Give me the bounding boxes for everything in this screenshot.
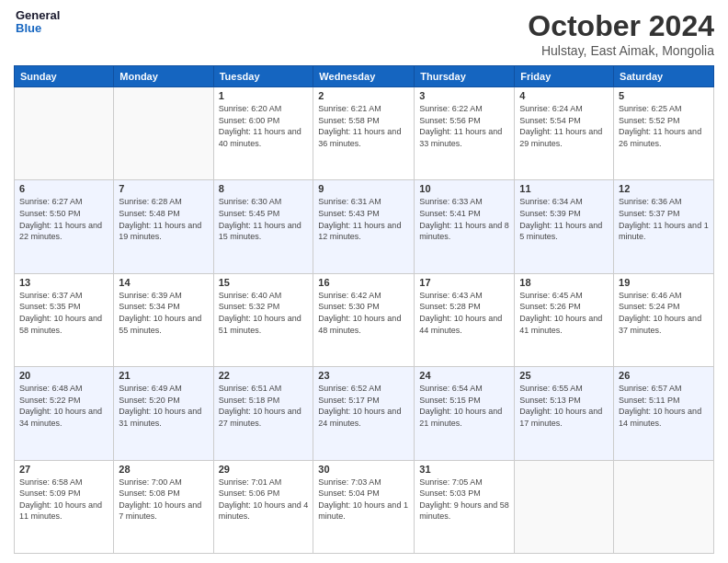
day-number: 29	[219, 464, 309, 475]
calendar-week-row: 20Sunrise: 6:48 AM Sunset: 5:22 PM Dayli…	[15, 367, 714, 460]
calendar-day-cell: 4Sunrise: 6:24 AM Sunset: 5:54 PM Daylig…	[515, 87, 614, 180]
day-number: 9	[318, 183, 409, 194]
day-header-tuesday: Tuesday	[213, 66, 313, 87]
calendar-day-cell	[114, 87, 213, 180]
calendar-day-cell	[614, 460, 714, 553]
day-number: 23	[318, 370, 409, 381]
day-number: 11	[519, 183, 609, 194]
day-number: 1	[219, 90, 309, 101]
day-info: Sunrise: 6:25 AM Sunset: 5:52 PM Dayligh…	[619, 103, 709, 149]
calendar-day-cell: 29Sunrise: 7:01 AM Sunset: 5:06 PM Dayli…	[213, 460, 313, 553]
calendar-week-row: 6Sunrise: 6:27 AM Sunset: 5:50 PM Daylig…	[15, 180, 714, 273]
calendar-table: SundayMondayTuesdayWednesdayThursdayFrid…	[14, 65, 714, 554]
day-number: 28	[119, 464, 208, 475]
calendar-day-cell: 6Sunrise: 6:27 AM Sunset: 5:50 PM Daylig…	[15, 180, 114, 273]
day-info: Sunrise: 6:37 AM Sunset: 5:35 PM Dayligh…	[19, 290, 108, 336]
day-number: 2	[318, 90, 409, 101]
calendar-week-row: 27Sunrise: 6:58 AM Sunset: 5:09 PM Dayli…	[15, 460, 714, 553]
day-info: Sunrise: 6:40 AM Sunset: 5:32 PM Dayligh…	[219, 290, 309, 336]
day-info: Sunrise: 7:01 AM Sunset: 5:06 PM Dayligh…	[219, 477, 309, 523]
day-info: Sunrise: 6:20 AM Sunset: 6:00 PM Dayligh…	[219, 103, 309, 149]
location-subtitle: Hulstay, East Aimak, Mongolia	[528, 43, 714, 58]
calendar-day-cell: 1Sunrise: 6:20 AM Sunset: 6:00 PM Daylig…	[213, 87, 313, 180]
calendar-day-cell: 31Sunrise: 7:05 AM Sunset: 5:03 PM Dayli…	[415, 460, 515, 553]
calendar-day-cell: 7Sunrise: 6:28 AM Sunset: 5:48 PM Daylig…	[114, 180, 213, 273]
day-info: Sunrise: 6:58 AM Sunset: 5:09 PM Dayligh…	[19, 477, 108, 523]
day-info: Sunrise: 6:36 AM Sunset: 5:37 PM Dayligh…	[619, 196, 709, 242]
calendar-day-cell: 12Sunrise: 6:36 AM Sunset: 5:37 PM Dayli…	[614, 180, 714, 273]
day-header-monday: Monday	[114, 66, 213, 87]
day-header-sunday: Sunday	[15, 66, 114, 87]
calendar-day-cell: 2Sunrise: 6:21 AM Sunset: 5:58 PM Daylig…	[313, 87, 415, 180]
logo-text: General Blue	[16, 9, 60, 36]
calendar-day-cell	[15, 87, 114, 180]
day-number: 19	[619, 277, 709, 288]
day-info: Sunrise: 6:42 AM Sunset: 5:30 PM Dayligh…	[318, 290, 409, 336]
calendar-day-cell: 8Sunrise: 6:30 AM Sunset: 5:45 PM Daylig…	[213, 180, 313, 273]
day-number: 27	[19, 464, 108, 475]
day-number: 5	[619, 90, 709, 101]
day-info: Sunrise: 6:33 AM Sunset: 5:41 PM Dayligh…	[419, 196, 509, 242]
calendar-page: General Blue October 2024 Hulstay, East …	[0, 0, 728, 563]
calendar-day-cell: 27Sunrise: 6:58 AM Sunset: 5:09 PM Dayli…	[15, 460, 114, 553]
day-number: 4	[519, 90, 609, 101]
day-number: 16	[318, 277, 409, 288]
day-info: Sunrise: 6:31 AM Sunset: 5:43 PM Dayligh…	[318, 196, 409, 242]
day-info: Sunrise: 6:43 AM Sunset: 5:28 PM Dayligh…	[419, 290, 509, 336]
calendar-day-cell: 15Sunrise: 6:40 AM Sunset: 5:32 PM Dayli…	[213, 273, 313, 366]
calendar-day-cell: 24Sunrise: 6:54 AM Sunset: 5:15 PM Dayli…	[415, 367, 515, 460]
calendar-day-cell: 25Sunrise: 6:55 AM Sunset: 5:13 PM Dayli…	[515, 367, 614, 460]
day-info: Sunrise: 6:54 AM Sunset: 5:15 PM Dayligh…	[419, 383, 509, 429]
day-number: 7	[119, 183, 208, 194]
calendar-day-cell: 20Sunrise: 6:48 AM Sunset: 5:22 PM Dayli…	[15, 367, 114, 460]
calendar-day-cell	[515, 460, 614, 553]
day-info: Sunrise: 6:24 AM Sunset: 5:54 PM Dayligh…	[519, 103, 609, 149]
calendar-week-row: 13Sunrise: 6:37 AM Sunset: 5:35 PM Dayli…	[15, 273, 714, 366]
calendar-day-cell: 19Sunrise: 6:46 AM Sunset: 5:24 PM Dayli…	[614, 273, 714, 366]
title-area: October 2024 Hulstay, East Aimak, Mongol…	[528, 9, 714, 58]
day-info: Sunrise: 6:51 AM Sunset: 5:18 PM Dayligh…	[219, 383, 309, 429]
header: General Blue October 2024 Hulstay, East …	[14, 9, 714, 58]
calendar-day-cell: 9Sunrise: 6:31 AM Sunset: 5:43 PM Daylig…	[313, 180, 415, 273]
day-header-friday: Friday	[515, 66, 614, 87]
day-number: 30	[318, 464, 409, 475]
calendar-day-cell: 28Sunrise: 7:00 AM Sunset: 5:08 PM Dayli…	[114, 460, 213, 553]
day-number: 6	[19, 183, 108, 194]
day-info: Sunrise: 6:55 AM Sunset: 5:13 PM Dayligh…	[519, 383, 609, 429]
calendar-day-cell: 17Sunrise: 6:43 AM Sunset: 5:28 PM Dayli…	[415, 273, 515, 366]
day-info: Sunrise: 6:39 AM Sunset: 5:34 PM Dayligh…	[119, 290, 208, 336]
calendar-day-cell: 11Sunrise: 6:34 AM Sunset: 5:39 PM Dayli…	[515, 180, 614, 273]
day-number: 14	[119, 277, 208, 288]
day-info: Sunrise: 6:57 AM Sunset: 5:11 PM Dayligh…	[619, 383, 709, 429]
logo-blue: Blue	[16, 22, 60, 35]
day-number: 12	[619, 183, 709, 194]
day-number: 8	[219, 183, 309, 194]
day-info: Sunrise: 6:49 AM Sunset: 5:20 PM Dayligh…	[119, 383, 208, 429]
calendar-day-cell: 26Sunrise: 6:57 AM Sunset: 5:11 PM Dayli…	[614, 367, 714, 460]
logo-container: General Blue	[14, 9, 60, 36]
calendar-week-row: 1Sunrise: 6:20 AM Sunset: 6:00 PM Daylig…	[15, 87, 714, 180]
day-info: Sunrise: 7:03 AM Sunset: 5:04 PM Dayligh…	[318, 477, 409, 523]
day-info: Sunrise: 6:30 AM Sunset: 5:45 PM Dayligh…	[219, 196, 309, 242]
day-info: Sunrise: 6:48 AM Sunset: 5:22 PM Dayligh…	[19, 383, 108, 429]
day-number: 20	[19, 370, 108, 381]
day-number: 10	[419, 183, 509, 194]
calendar-day-cell: 21Sunrise: 6:49 AM Sunset: 5:20 PM Dayli…	[114, 367, 213, 460]
calendar-day-cell: 30Sunrise: 7:03 AM Sunset: 5:04 PM Dayli…	[313, 460, 415, 553]
calendar-day-cell: 16Sunrise: 6:42 AM Sunset: 5:30 PM Dayli…	[313, 273, 415, 366]
day-info: Sunrise: 7:05 AM Sunset: 5:03 PM Dayligh…	[419, 477, 509, 523]
logo-general: General	[16, 9, 60, 22]
day-info: Sunrise: 6:27 AM Sunset: 5:50 PM Dayligh…	[19, 196, 108, 242]
calendar-day-cell: 10Sunrise: 6:33 AM Sunset: 5:41 PM Dayli…	[415, 180, 515, 273]
day-info: Sunrise: 6:28 AM Sunset: 5:48 PM Dayligh…	[119, 196, 208, 242]
logo: General Blue	[14, 9, 60, 36]
day-number: 13	[19, 277, 108, 288]
calendar-day-cell: 18Sunrise: 6:45 AM Sunset: 5:26 PM Dayli…	[515, 273, 614, 366]
day-header-thursday: Thursday	[415, 66, 515, 87]
calendar-day-cell: 22Sunrise: 6:51 AM Sunset: 5:18 PM Dayli…	[213, 367, 313, 460]
calendar-day-cell: 23Sunrise: 6:52 AM Sunset: 5:17 PM Dayli…	[313, 367, 415, 460]
day-number: 25	[519, 370, 609, 381]
day-info: Sunrise: 6:22 AM Sunset: 5:56 PM Dayligh…	[419, 103, 509, 149]
day-number: 26	[619, 370, 709, 381]
day-number: 22	[219, 370, 309, 381]
